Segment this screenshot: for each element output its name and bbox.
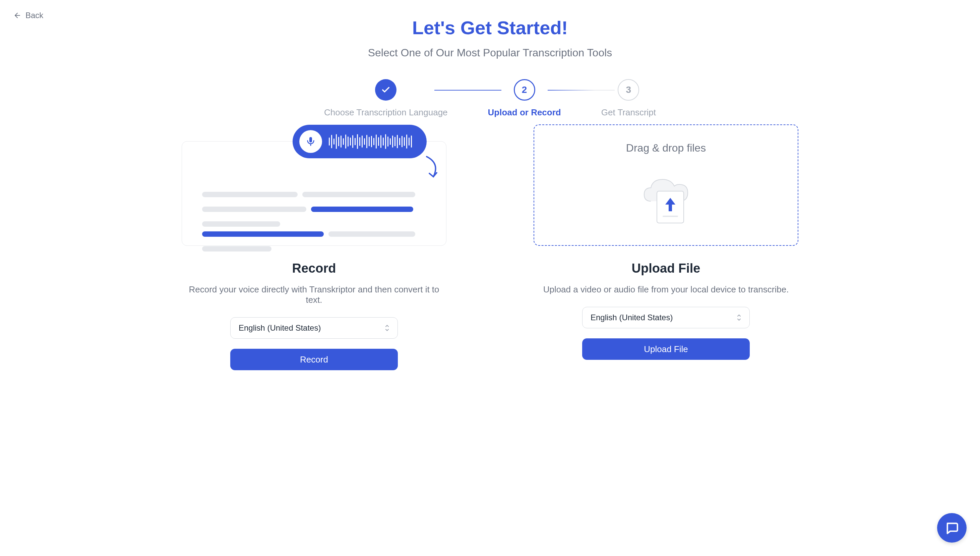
step-3: 3 Get Transcript [601, 79, 656, 118]
record-title: Record [292, 261, 336, 276]
mic-icon [305, 136, 316, 147]
upload-panel: Drag & drop files Upload File Upload a v… [534, 141, 798, 370]
waveform-icon [329, 134, 420, 149]
select-chevrons-icon [737, 315, 741, 321]
curved-arrow-icon [423, 155, 443, 183]
chat-icon [945, 521, 959, 535]
back-link[interactable]: Back [13, 11, 43, 20]
step-1-label: Choose Transcription Language [324, 107, 448, 118]
step-2: 2 Upload or Record [488, 79, 561, 118]
check-icon [381, 85, 390, 95]
step-1: Choose Transcription Language [324, 79, 448, 118]
step-3-label: Get Transcript [601, 107, 656, 118]
back-arrow-icon [13, 11, 21, 19]
select-chevrons-icon [385, 325, 390, 331]
record-language-select[interactable]: English (United States) [230, 317, 398, 339]
record-panel: Record Record your voice directly with T… [182, 141, 446, 370]
record-language-value: English (United States) [239, 323, 321, 333]
step-2-circle: 2 [514, 79, 535, 100]
upload-language-select[interactable]: English (United States) [582, 307, 750, 328]
transcript-lines [202, 192, 419, 256]
chat-widget-button[interactable] [937, 513, 967, 543]
upload-title: Upload File [632, 261, 701, 276]
cloud-upload-icon [636, 168, 696, 226]
upload-file-button[interactable]: Upload File [582, 338, 750, 360]
page-subtitle: Select One of Our Most Popular Transcrip… [145, 47, 835, 59]
step-1-circle [375, 79, 397, 100]
upload-language-value: English (United States) [590, 313, 673, 322]
record-illustration [182, 141, 446, 246]
step-3-circle: 3 [618, 79, 639, 100]
record-button[interactable]: Record [230, 349, 398, 370]
upload-description: Upload a video or audio file from your l… [543, 284, 789, 295]
stepper: Choose Transcription Language 2 Upload o… [145, 79, 835, 118]
back-label: Back [26, 11, 43, 20]
upload-drop-text: Drag & drop files [626, 142, 706, 154]
record-description: Record your voice directly with Transkri… [182, 284, 446, 305]
upload-dropzone[interactable]: Drag & drop files [534, 124, 798, 246]
record-pill [293, 125, 427, 158]
page-title: Let's Get Started! [145, 17, 835, 39]
mic-icon-circle [299, 130, 322, 153]
step-2-label: Upload or Record [488, 107, 561, 118]
